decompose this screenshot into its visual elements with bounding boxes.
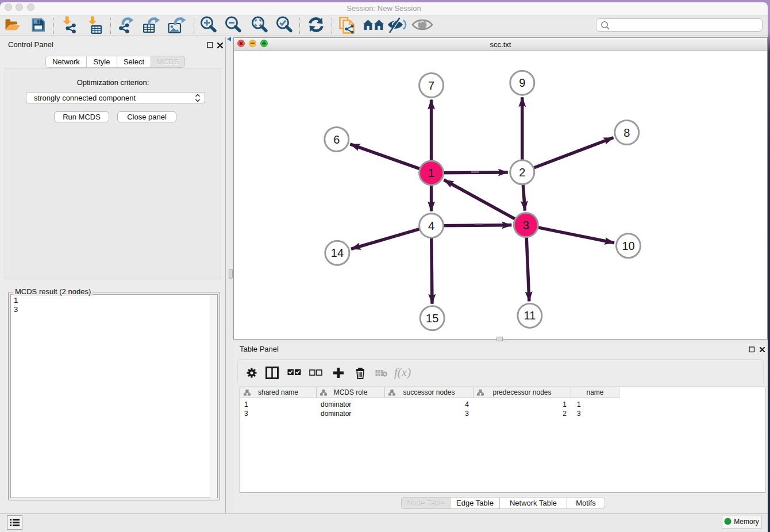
svg-text:4: 4 — [428, 219, 434, 232]
svg-text:14: 14 — [331, 246, 344, 259]
svg-text:8: 8 — [623, 126, 630, 139]
svg-text:6: 6 — [333, 133, 340, 146]
svg-text:15: 15 — [426, 312, 438, 325]
svg-text:11: 11 — [524, 309, 536, 322]
svg-text:1: 1 — [428, 167, 434, 179]
svg-text:2: 2 — [519, 166, 525, 179]
svg-text:3: 3 — [523, 219, 529, 232]
svg-text:7: 7 — [428, 79, 434, 92]
svg-text:9: 9 — [519, 76, 525, 89]
svg-text:10: 10 — [622, 240, 634, 252]
